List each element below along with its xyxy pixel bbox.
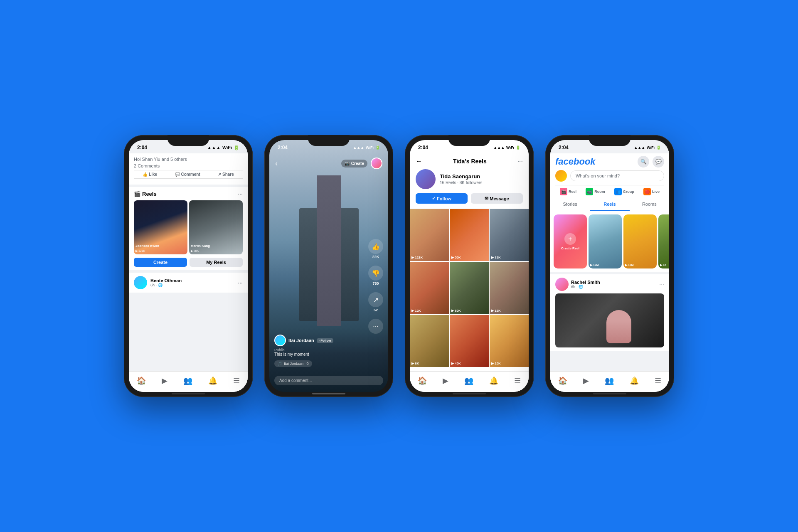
home-indicator-4 <box>593 393 626 394</box>
video-nav-icon-4[interactable]: ▶ <box>583 376 589 385</box>
rachel-header: Rachel Smith 6h · 🌐 ··· <box>555 278 664 291</box>
post-more-icon[interactable]: ··· <box>238 279 243 286</box>
follow-tag[interactable]: · Follow <box>317 338 333 343</box>
friends-nav-icon-4[interactable]: 👥 <box>605 376 614 385</box>
battery-icon-3: 🔋 <box>516 145 520 150</box>
video-nav-icon-3[interactable]: ▶ <box>443 376 448 385</box>
reel-name-1: Joonseo Kwon <box>135 244 159 248</box>
more-icon-3[interactable]: ··· <box>517 158 523 165</box>
create-reels-btn[interactable]: Create <box>134 258 187 267</box>
create-btn-2[interactable]: 📷 Create <box>341 160 367 167</box>
bell-nav-icon-3[interactable]: 🔔 <box>489 376 498 385</box>
battery-icon-2: 🔋 <box>375 145 380 150</box>
rachel-user: Rachel Smith 6h · 🌐 <box>555 278 600 291</box>
bottom-nav-1: 🏠 ▶ 👥 🔔 ☰ <box>129 371 248 392</box>
room-quick-action[interactable]: 📹 Room <box>586 188 605 195</box>
live-quick-action[interactable]: 🔴 Live <box>643 188 660 195</box>
video-public-label: Public <box>274 348 362 352</box>
profile-user-name-3: Tida Saengarun <box>440 173 482 180</box>
reel-cell-8[interactable]: ▶ 40K <box>450 315 489 367</box>
message-btn-3[interactable]: ✉ Message <box>471 193 523 204</box>
create-reel-circle: + <box>564 233 576 245</box>
profile-thumb-2[interactable] <box>371 158 382 169</box>
rachel-more-icon[interactable]: ··· <box>659 281 664 288</box>
music-icon: 🎵 <box>278 362 282 366</box>
follow-btn-3[interactable]: ✓ Follow <box>416 193 468 204</box>
menu-nav-icon-3[interactable]: ☰ <box>514 376 521 385</box>
reels-tab[interactable]: Reels <box>590 198 629 211</box>
reels-more-icon[interactable]: ··· <box>238 190 243 197</box>
signal-icon-1: ▲▲▲ <box>207 145 221 150</box>
time-1: 2:04 <box>137 145 147 150</box>
share-action[interactable]: ↗ 52 <box>368 292 383 312</box>
reels-buttons-1: Create My Reels <box>134 258 243 267</box>
time-3: 2:04 <box>418 145 428 150</box>
stories-tabs: Stories Reels Rooms <box>550 198 669 211</box>
whats-on-bar: What's on your mind? <box>555 170 664 182</box>
comment-bar-2[interactable]: Add a comment... <box>274 376 383 385</box>
stories-tab[interactable]: Stories <box>550 198 590 211</box>
reel-cell-9[interactable]: ▶ 20K <box>490 315 529 367</box>
like-count: 22K <box>372 255 379 259</box>
reel-cell-5[interactable]: ▶ 80K <box>450 262 489 314</box>
menu-nav-icon-4[interactable]: ☰ <box>655 376 661 385</box>
battery-icon-1: 🔋 <box>234 145 239 150</box>
signal-icon-3: ▲▲▲ <box>493 145 505 150</box>
rachel-post: Rachel Smith 6h · 🌐 ··· <box>550 274 669 351</box>
group-quick-action[interactable]: 👥 Group <box>614 188 634 195</box>
reel-thumb4-1[interactable]: ▶ 12M <box>589 214 622 268</box>
back-btn-2[interactable]: ‹ <box>275 159 278 168</box>
my-reels-btn[interactable]: My Reels <box>190 258 243 267</box>
signal-icon-4: ▲▲▲ <box>634 145 645 150</box>
create-reel-thumb-4[interactable]: + Create Reel <box>554 214 587 268</box>
bell-nav-icon-1[interactable]: 🔔 <box>208 376 217 385</box>
reel-cell-1[interactable]: ▶ 121K <box>410 209 449 261</box>
rachel-info: Rachel Smith 6h · 🌐 <box>571 280 600 289</box>
video-top-overlay: ‹ 📷 Create <box>269 153 388 173</box>
dislike-icon: 👎 <box>368 266 383 281</box>
video-side-actions: 👍 22K 👎 780 ↗ 52 ··· <box>368 239 383 334</box>
reel-cell-3[interactable]: ▶ 31K <box>490 209 529 261</box>
reel-cell-4[interactable]: ▶ 12K <box>410 262 449 314</box>
friends-nav-icon-1[interactable]: 👥 <box>183 376 192 385</box>
whats-input-4[interactable]: What's on your mind? <box>570 170 664 181</box>
video-tag[interactable]: 🎵 Itai Jordaan · 0 <box>274 360 312 367</box>
reel-cell-2[interactable]: ▶ 50K <box>450 209 489 261</box>
reel-cell-6[interactable]: ▶ 16K <box>490 262 529 314</box>
user-info-1: Bente Othman 6h · 🌐 <box>150 278 182 287</box>
reel-thumb4-3[interactable]: ▶ 12 <box>658 214 669 268</box>
share-btn[interactable]: ↗ Share <box>218 172 234 177</box>
home-nav-icon-1[interactable]: 🏠 <box>137 376 146 385</box>
quick-actions-4: 🎬 Reel 📹 Room 👥 Group 🔴 <box>555 185 664 195</box>
friends-nav-icon-3[interactable]: 👥 <box>464 376 473 385</box>
reel-qa-icon: 🎬 <box>560 188 567 195</box>
menu-nav-icon-1[interactable]: ☰ <box>233 376 240 385</box>
back-btn-3[interactable]: ← <box>416 158 422 165</box>
reel-quick-action[interactable]: 🎬 Reel <box>560 188 576 195</box>
dislike-action[interactable]: 👎 780 <box>368 266 383 286</box>
search-btn-4[interactable]: 🔍 <box>638 156 649 167</box>
home-nav-icon-3[interactable]: 🏠 <box>418 376 427 385</box>
like-action[interactable]: 👍 22K <box>368 239 383 259</box>
messenger-btn-4[interactable]: 💬 <box>653 156 664 167</box>
reel-thumb4-2[interactable]: ▶ 12M <box>623 214 657 268</box>
user-name-1: Bente Othman <box>150 278 182 283</box>
home-nav-icon-4[interactable]: 🏠 <box>558 376 567 385</box>
like-btn[interactable]: 👍 Like <box>143 172 157 177</box>
more-action[interactable]: ··· <box>368 319 383 334</box>
reel-cell-count-2: ▶ 50K <box>451 256 461 259</box>
wifi-icon-4: WiFi <box>647 145 655 150</box>
reel-cell-7[interactable]: ▶ 8K <box>410 315 449 367</box>
reels-title-1: 🎬 Reels <box>134 191 157 197</box>
reel-thumb-1[interactable]: Joonseo Kwon ▶ 121K <box>134 200 187 254</box>
reel-thumb-2[interactable]: Martin Kang ▶ 88K <box>189 200 243 254</box>
home-indicator-3 <box>453 393 486 394</box>
video-nav-icon-1[interactable]: ▶ <box>162 376 167 385</box>
notch-3 <box>448 135 490 146</box>
profile-user-info: Tida Saengarun 16 Reels · 8K followers <box>416 169 523 189</box>
bell-nav-icon-4[interactable]: 🔔 <box>630 376 639 385</box>
rooms-tab[interactable]: Rooms <box>630 198 669 211</box>
comment-btn[interactable]: 💬 Comment <box>175 172 200 177</box>
fb-header-top-4: facebook 🔍 💬 <box>555 156 664 167</box>
rachel-video-thumb[interactable] <box>555 293 664 347</box>
